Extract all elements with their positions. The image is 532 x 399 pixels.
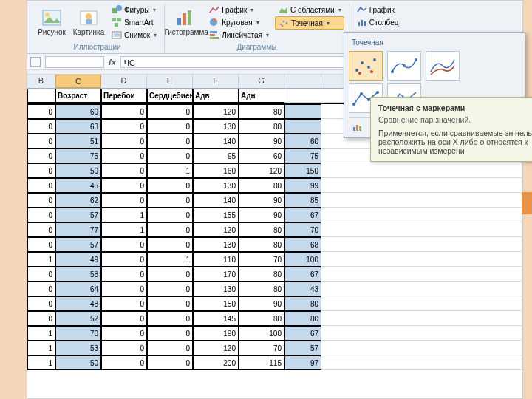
cell[interactable]: 63 (55, 119, 101, 134)
pie-chart-button[interactable]: Круговая▾ (206, 16, 272, 28)
cell[interactable]: 120 (193, 104, 239, 119)
cell[interactable]: 1 (147, 252, 193, 267)
spark-column-button[interactable]: Столбец (354, 16, 408, 28)
cell[interactable]: 0 (27, 104, 55, 119)
cell[interactable]: 90 (239, 134, 284, 149)
cell[interactable]: 68 (284, 237, 321, 252)
table-row[interactable]: 1700019010067 (27, 326, 522, 341)
cell[interactable]: 90 (239, 296, 284, 311)
cell[interactable]: 77 (55, 222, 101, 237)
cell[interactable]: 0 (27, 208, 55, 222)
cell[interactable]: 1 (27, 326, 55, 341)
cell[interactable]: 0 (101, 282, 147, 296)
cell[interactable]: 75 (284, 149, 321, 163)
cell[interactable]: 150 (284, 163, 321, 178)
cell[interactable]: 80 (239, 178, 284, 193)
cell[interactable]: 170 (193, 267, 239, 282)
cell[interactable]: 130 (193, 282, 239, 296)
table-row[interactable]: 153001207057 (27, 341, 522, 355)
cell[interactable]: 85 (284, 193, 321, 208)
cell[interactable]: 0 (147, 341, 193, 355)
cell[interactable]: 0 (101, 149, 147, 163)
cell[interactable]: 0 (101, 355, 147, 370)
cell[interactable]: 80 (239, 267, 284, 282)
histogram-button[interactable]: Гистограмма (169, 4, 203, 39)
scatter-markers-option[interactable] (349, 51, 383, 81)
cell[interactable] (284, 104, 321, 119)
col-header[interactable]: G (239, 75, 284, 88)
col-header[interactable]: D (101, 75, 147, 88)
cell[interactable]: 0 (101, 341, 147, 355)
cell[interactable]: 120 (193, 341, 239, 355)
col-header[interactable]: B (27, 75, 55, 88)
cell[interactable]: 53 (55, 341, 101, 355)
table-row[interactable]: 057101559067 (27, 208, 522, 222)
cell[interactable]: 0 (101, 311, 147, 326)
cell[interactable]: 0 (147, 237, 193, 252)
cell[interactable]: 60 (239, 149, 284, 163)
cell[interactable]: 190 (193, 326, 239, 341)
cell[interactable]: 80 (239, 237, 284, 252)
cell[interactable]: 0 (27, 178, 55, 193)
cell[interactable]: 130 (193, 178, 239, 193)
cell[interactable]: 0 (147, 104, 193, 119)
cell[interactable]: 0 (147, 267, 193, 282)
cell[interactable]: 1 (27, 252, 55, 267)
cell[interactable]: 99 (284, 178, 321, 193)
cell[interactable]: 80 (284, 296, 321, 311)
table-row[interactable]: 05001160120150 (27, 163, 522, 178)
spark-line-button[interactable]: График (354, 4, 408, 16)
cell[interactable]: 90 (239, 193, 284, 208)
cell[interactable]: 140 (193, 193, 239, 208)
header-cell[interactable]: Возраст (55, 89, 101, 103)
cell[interactable]: 0 (101, 119, 147, 134)
cell[interactable]: 0 (27, 163, 55, 178)
cell[interactable]: 57 (55, 237, 101, 252)
name-box[interactable] (45, 56, 104, 68)
picture-button[interactable]: Рисунок (35, 4, 69, 39)
clipart-button[interactable]: Картинка (72, 4, 106, 39)
cell[interactable] (284, 119, 321, 134)
cell[interactable]: 60 (284, 134, 321, 149)
cell[interactable]: 0 (147, 326, 193, 341)
cell[interactable]: 80 (239, 119, 284, 134)
fx-icon[interactable]: fx (109, 58, 116, 66)
cell[interactable]: 1 (101, 208, 147, 222)
cell[interactable]: 0 (27, 267, 55, 282)
table-row[interactable]: 052001458080 (27, 311, 522, 326)
table-row[interactable]: 045001308099 (27, 178, 522, 193)
cell[interactable]: 48 (55, 296, 101, 311)
cell[interactable]: 100 (239, 326, 284, 341)
cell[interactable]: 0 (27, 296, 55, 311)
table-row[interactable]: 1500020011597 (27, 355, 522, 370)
cell[interactable]: 0 (101, 178, 147, 193)
cell[interactable]: 45 (55, 178, 101, 193)
cell[interactable]: 57 (55, 208, 101, 222)
cell[interactable]: 80 (284, 311, 321, 326)
header-cell[interactable] (27, 89, 55, 103)
cell[interactable]: 0 (147, 149, 193, 163)
cell[interactable]: 0 (147, 119, 193, 134)
cell[interactable]: 52 (55, 311, 101, 326)
cell[interactable]: 70 (55, 326, 101, 341)
cell[interactable]: 0 (27, 193, 55, 208)
header-cell[interactable]: Перебои (101, 89, 147, 103)
cell[interactable]: 97 (284, 355, 321, 370)
cell[interactable]: 0 (101, 163, 147, 178)
cell[interactable]: 1 (147, 163, 193, 178)
area-chart-button[interactable]: С областями▾ (275, 4, 344, 16)
cell[interactable]: 130 (193, 237, 239, 252)
cell[interactable]: 50 (55, 163, 101, 178)
cell[interactable]: 0 (101, 326, 147, 341)
cell[interactable]: 0 (147, 311, 193, 326)
cell[interactable]: 160 (193, 163, 239, 178)
cell[interactable]: 62 (55, 193, 101, 208)
table-row[interactable]: 077101208070 (27, 222, 522, 237)
cell[interactable]: 0 (147, 222, 193, 237)
cell[interactable]: 150 (193, 296, 239, 311)
table-row[interactable]: 058001708067 (27, 267, 522, 282)
cell[interactable]: 0 (27, 119, 55, 134)
cell[interactable]: 100 (284, 252, 321, 267)
col-header[interactable] (284, 75, 321, 88)
cell[interactable]: 0 (27, 149, 55, 163)
